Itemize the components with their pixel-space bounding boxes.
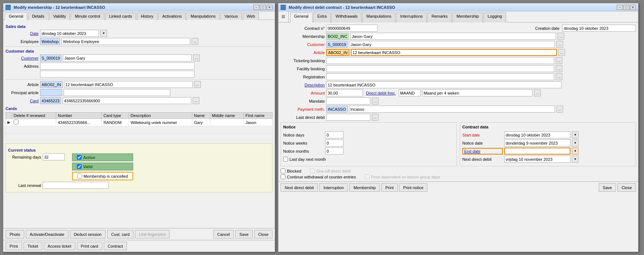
right-minimize-button[interactable]: – bbox=[617, 5, 623, 10]
rtab-membership[interactable]: Membership bbox=[452, 13, 483, 22]
last-direct-debit-input[interactable] bbox=[326, 114, 370, 121]
tab-activations[interactable]: Activations bbox=[158, 13, 186, 20]
ticketing-input[interactable] bbox=[326, 57, 554, 64]
rtab-remarks[interactable]: Remarks bbox=[427, 13, 452, 22]
tab-general[interactable]: General bbox=[5, 13, 27, 20]
cancel-button[interactable]: Cancel bbox=[213, 230, 234, 238]
notice-days-input[interactable] bbox=[325, 131, 344, 138]
blocked-checkbox[interactable] bbox=[281, 169, 285, 173]
customer-input[interactable] bbox=[63, 54, 192, 61]
facility-ellipsis[interactable]: … bbox=[556, 65, 562, 72]
rtab-general[interactable]: General bbox=[290, 13, 313, 22]
link-fingerprint-button[interactable]: Link fingerprint bbox=[135, 230, 170, 238]
one-off-checkbox[interactable] bbox=[310, 169, 315, 173]
ticketing-ellipsis[interactable]: … bbox=[556, 57, 562, 64]
right-article-input[interactable] bbox=[351, 49, 557, 56]
registration-ellipsis[interactable]: … bbox=[556, 73, 562, 80]
end-date-label[interactable]: End date bbox=[462, 148, 503, 155]
tab-validity[interactable]: Validity bbox=[49, 13, 70, 20]
customer-ellipsis[interactable]: … bbox=[193, 54, 200, 61]
notice-months-input[interactable] bbox=[325, 148, 344, 155]
save-button[interactable]: Save bbox=[235, 230, 253, 238]
start-date-dropdown[interactable]: ▼ bbox=[572, 131, 579, 138]
rtab-manipulations[interactable]: Manipulations bbox=[362, 13, 395, 22]
card-ellipsis[interactable]: … bbox=[193, 97, 199, 104]
rtab-withdrawals[interactable]: Withdrawals bbox=[331, 13, 362, 22]
minimize-button[interactable]: – bbox=[253, 5, 259, 10]
print-notice-button[interactable]: Print notice bbox=[399, 183, 427, 192]
remaining-days-input[interactable] bbox=[43, 153, 65, 160]
next-direct-debit-dropdown[interactable]: ▼ bbox=[572, 156, 579, 163]
close-button[interactable]: ✕ bbox=[267, 5, 273, 10]
amount-input[interactable] bbox=[326, 89, 363, 96]
article-ellipsis[interactable]: … bbox=[194, 81, 201, 88]
date-label[interactable]: Date bbox=[6, 31, 39, 36]
payment-label[interactable]: Payment meth. bbox=[281, 107, 325, 111]
print-card-button[interactable]: Print card bbox=[77, 242, 102, 250]
photo-button[interactable]: Photo bbox=[6, 230, 24, 238]
membership-ellipsis[interactable]: … bbox=[558, 33, 564, 40]
rtab-extra[interactable]: Extra bbox=[313, 13, 331, 22]
right-save-button[interactable]: Save bbox=[599, 183, 616, 192]
amount-label[interactable]: Amount bbox=[281, 91, 325, 95]
right-maximize-button[interactable]: □ bbox=[623, 5, 629, 10]
cancelled-checkbox[interactable] bbox=[77, 174, 82, 178]
principal-input[interactable] bbox=[64, 89, 170, 96]
cell-delete[interactable] bbox=[12, 119, 56, 126]
table-row[interactable]: ▶ 4346522335666... RANDOM Willekeurig un… bbox=[6, 119, 273, 126]
right-print-button[interactable]: Print bbox=[381, 183, 398, 192]
start-date-input[interactable] bbox=[504, 131, 570, 138]
date-dropdown-btn[interactable]: ▼ bbox=[100, 30, 107, 37]
right-article-ellipsis[interactable]: … bbox=[558, 49, 565, 56]
start-date-label[interactable]: Start date bbox=[462, 133, 503, 137]
card-input[interactable] bbox=[63, 97, 191, 104]
access-ticket-button[interactable]: Access ticket bbox=[44, 242, 75, 250]
direct-debit-freq-label[interactable]: Direct debit freq. bbox=[366, 91, 396, 95]
card-label[interactable]: Card bbox=[6, 99, 39, 103]
mandate-input[interactable] bbox=[326, 98, 370, 105]
tab-manipulations[interactable]: Manipulations bbox=[186, 13, 220, 20]
notice-weeks-input[interactable] bbox=[325, 139, 344, 146]
last-renewal-input[interactable] bbox=[43, 182, 109, 189]
maximize-button[interactable]: □ bbox=[260, 5, 266, 10]
notice-date-dropdown[interactable]: ▼ bbox=[572, 139, 579, 146]
date-input[interactable] bbox=[40, 30, 99, 37]
creation-date-input[interactable] bbox=[562, 25, 636, 32]
continue-checkbox[interactable] bbox=[281, 174, 285, 179]
employee-input[interactable] bbox=[61, 38, 190, 45]
tab-linked-cards[interactable]: Linked cards bbox=[105, 13, 136, 20]
delete-checkbox[interactable] bbox=[14, 120, 18, 124]
right-article-label[interactable]: Article bbox=[281, 50, 325, 55]
description-label[interactable]: Description bbox=[281, 83, 325, 87]
tab-minute-control[interactable]: Minute control bbox=[71, 13, 104, 20]
right-close-button[interactable]: ✕ bbox=[630, 5, 636, 10]
article-input[interactable] bbox=[64, 81, 193, 88]
next-direct-debit-button[interactable]: Next direct debit bbox=[281, 183, 318, 192]
last-direct-debit-ellipsis[interactable]: … bbox=[372, 114, 378, 121]
price-dep-checkbox[interactable] bbox=[365, 174, 370, 179]
end-date-dropdown[interactable]: ▼ bbox=[572, 148, 579, 155]
facility-input[interactable] bbox=[326, 65, 554, 72]
tab-details[interactable]: Details bbox=[28, 13, 49, 20]
notice-date-input[interactable] bbox=[504, 139, 570, 146]
interruption-button[interactable]: Interruption bbox=[319, 183, 348, 192]
address-input-2[interactable] bbox=[40, 71, 195, 78]
end-date-input[interactable] bbox=[504, 148, 570, 155]
registration-input[interactable] bbox=[326, 73, 554, 80]
contract-button[interactable]: Contract bbox=[104, 242, 127, 250]
description-input[interactable] bbox=[326, 81, 562, 88]
direct-debit-freq-desc-input[interactable] bbox=[422, 89, 533, 96]
tab-history[interactable]: History bbox=[137, 13, 157, 20]
payment-input[interactable] bbox=[349, 106, 555, 113]
right-membership-button[interactable]: Membership bbox=[349, 183, 380, 192]
print-button[interactable]: Print bbox=[6, 242, 22, 250]
right-customer-input[interactable] bbox=[349, 41, 555, 48]
direct-debit-freq-input[interactable] bbox=[399, 89, 421, 96]
deduct-session-button[interactable]: Deduct session bbox=[70, 230, 106, 238]
tab-web[interactable]: Web bbox=[243, 13, 259, 20]
active-checkbox[interactable] bbox=[77, 155, 82, 160]
right-customer-ellipsis[interactable]: … bbox=[556, 41, 563, 48]
next-direct-debit-input[interactable] bbox=[504, 156, 570, 163]
contract-no-input[interactable] bbox=[326, 25, 378, 32]
mandate-ellipsis[interactable]: … bbox=[372, 98, 378, 105]
